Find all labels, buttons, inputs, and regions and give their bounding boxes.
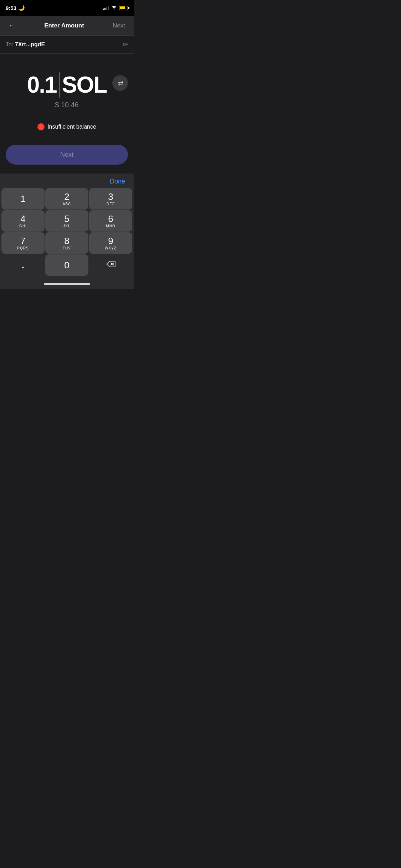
status-bar: 9:53 🌙 ⚡: [0, 0, 134, 16]
nav-next-button[interactable]: Next: [110, 19, 128, 32]
signal-icon: [103, 6, 109, 10]
key-5[interactable]: 5 JKL: [45, 210, 88, 232]
recipient-info: To: 7Xrt...pgdE: [6, 41, 45, 48]
nav-bar: ← Enter Amount Next: [0, 16, 134, 36]
error-text: Insufficient balance: [47, 124, 96, 130]
back-button[interactable]: ←: [6, 19, 19, 32]
key-7[interactable]: 7 PQRS: [1, 232, 45, 254]
key-1[interactable]: 1: [1, 188, 45, 210]
key-9[interactable]: 9 WXYZ: [89, 232, 132, 254]
recipient-label: To:: [6, 41, 13, 47]
keypad: 1 2 ABC 3 DEF 4 GHI 5 JKL 6 MNO 7 PQRS 8: [0, 188, 134, 279]
battery-icon: ⚡: [119, 6, 128, 10]
swap-currency-button[interactable]: ⇅: [112, 75, 128, 91]
next-button[interactable]: Next: [6, 145, 128, 165]
nav-title: Enter Amount: [44, 22, 84, 29]
moon-icon: 🌙: [18, 5, 25, 11]
next-button-label: Next: [60, 151, 73, 159]
key-8[interactable]: 8 TUV: [45, 232, 88, 254]
recipient-row: To: 7Xrt...pgdE ✏: [0, 36, 134, 54]
amount-usd: $ 10.46: [55, 101, 79, 109]
swap-icon: ⇅: [116, 81, 124, 86]
key-dot[interactable]: .: [1, 254, 45, 276]
status-time: 9:53 🌙: [6, 5, 25, 11]
amount-currency: SOL: [62, 72, 107, 98]
svg-point-0: [114, 8, 115, 9]
home-bar: [44, 283, 90, 285]
edit-icon[interactable]: ✏: [123, 41, 128, 48]
text-cursor: [59, 72, 60, 98]
keyboard-area: Done 1 2 ABC 3 DEF 4 GHI 5 JKL 6 MNO 7: [0, 174, 134, 289]
done-row: Done: [0, 174, 134, 188]
error-row: i Insufficient balance: [0, 123, 134, 130]
key-0[interactable]: 0: [45, 254, 88, 276]
key-backspace[interactable]: [89, 254, 132, 276]
status-icons: ⚡: [103, 5, 128, 11]
home-indicator: [0, 279, 134, 289]
error-icon: i: [37, 123, 45, 130]
amount-value: 0.1: [27, 72, 57, 98]
recipient-address: 7Xrt...pgdE: [15, 41, 45, 47]
key-6[interactable]: 6 MNO: [89, 210, 132, 232]
amount-row: 0.1 SOL: [27, 72, 107, 98]
key-4[interactable]: 4 GHI: [1, 210, 45, 232]
done-button[interactable]: Done: [107, 176, 128, 187]
key-3[interactable]: 3 DEF: [89, 188, 132, 210]
wifi-icon: [111, 5, 117, 11]
amount-area: 0.1 SOL $ 10.46 ⇅: [0, 54, 134, 116]
key-2[interactable]: 2 ABC: [45, 188, 88, 210]
backspace-icon: [106, 260, 116, 270]
